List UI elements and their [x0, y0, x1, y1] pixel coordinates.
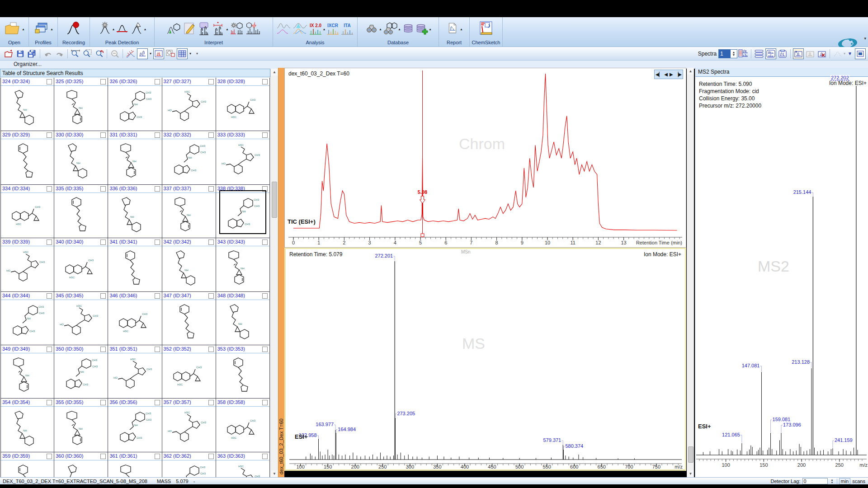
structure-checkbox[interactable] — [208, 79, 214, 84]
structure-cell[interactable]: 335 (ID:335) — [54, 185, 108, 238]
clipboard-spectrum-button[interactable] — [777, 48, 788, 59]
structure-checkbox[interactable] — [262, 239, 268, 245]
structure-checkbox[interactable] — [47, 293, 52, 299]
structure-cell[interactable]: 362 (ID:362) — [162, 452, 216, 477]
structure-checkbox[interactable] — [208, 293, 214, 299]
spectrum-view-dropdown[interactable]: ▾ — [150, 52, 151, 56]
structure-checkbox[interactable] — [155, 239, 160, 245]
structure-checkbox[interactable] — [262, 79, 268, 84]
report-button[interactable] — [446, 21, 459, 38]
table-view-dropdown[interactable]: ▾ — [189, 52, 191, 56]
structure-window-button[interactable] — [165, 48, 176, 59]
detector-lag-input[interactable]: 0 — [802, 478, 828, 484]
structure-checkbox[interactable] — [208, 400, 214, 405]
structure-cell[interactable]: 349 (ID:349) — [0, 345, 54, 399]
structure-cell[interactable]: 326 (ID:326) — [108, 78, 162, 131]
structure-cell[interactable]: 343 (ID:343) — [216, 238, 270, 291]
structure-checkbox[interactable] — [208, 454, 214, 459]
db-add-button[interactable] — [415, 22, 429, 37]
ms2-spectrum-plot[interactable]: 100150200250m/z215.144213.128147.081159.… — [695, 68, 868, 477]
document-tab-label[interactable]: dex_t60_03_2_Dex T=60 — [278, 418, 284, 474]
structure-cell[interactable]: 357 (ID:357) — [162, 399, 216, 452]
overlay-disabled-button[interactable] — [832, 48, 843, 59]
structure-checkbox[interactable] — [100, 347, 106, 352]
ms2-precursor-peak-label[interactable]: 272.202 — [830, 75, 849, 81]
structure-checkbox[interactable] — [100, 454, 106, 459]
interpret-annotate-button[interactable] — [197, 22, 211, 37]
interpret-edit-button[interactable] — [183, 22, 196, 37]
structure-checkbox[interactable] — [155, 79, 160, 84]
ribbon-group-label[interactable]: Peak Detection — [105, 40, 139, 47]
structure-cell[interactable]: 339 (ID:339) — [0, 238, 54, 291]
structure-checkbox[interactable] — [155, 347, 160, 352]
analysis-curves-button[interactable] — [276, 22, 292, 37]
zoom-width-button[interactable] — [70, 48, 81, 59]
interpret-extract-button[interactable] — [245, 22, 261, 37]
structure-checkbox[interactable] — [100, 400, 106, 405]
remove-spectrum-button[interactable] — [805, 48, 816, 59]
save-button[interactable] — [15, 48, 26, 59]
db-open-button[interactable] — [401, 22, 414, 37]
structure-checkbox[interactable] — [262, 400, 268, 405]
db-search-button[interactable] — [365, 22, 378, 37]
save-all-button[interactable] — [27, 48, 38, 59]
structure-cell[interactable]: 358 (ID:358) — [216, 399, 270, 452]
structure-cell[interactable]: 342 (ID:342) — [162, 238, 216, 291]
split-view-button[interactable] — [765, 48, 776, 59]
structure-cell[interactable]: 338 (ID:338) — [216, 185, 270, 238]
structure-cell[interactable]: 337 (ID:337) — [162, 185, 216, 238]
analysis-ix-button[interactable]: IX 2.0 — [309, 23, 322, 35]
ribbon-group-label[interactable]: ChemSketch — [472, 40, 500, 47]
structure-checkbox[interactable] — [47, 186, 52, 192]
ribbon-group-label[interactable]: Report — [447, 40, 462, 47]
add-spectrum-to-window-button[interactable] — [793, 48, 804, 59]
interpret-auto-assign-button[interactable] — [229, 22, 245, 37]
baseline-correct-button[interactable] — [125, 48, 136, 59]
interpret-measure-button[interactable] — [212, 22, 225, 37]
interpret-dropdown-arrow[interactable]: ▴ — [226, 28, 228, 31]
db-structure-search-button[interactable] — [382, 22, 397, 37]
structure-checkbox[interactable] — [262, 347, 268, 352]
ribbon-group-label[interactable]: Open — [8, 40, 20, 47]
recording-button[interactable] — [66, 21, 82, 38]
organizer-tab[interactable]: Organizer... — [14, 61, 42, 67]
structure-checkbox[interactable] — [262, 293, 268, 299]
structure-cell[interactable]: 324 (ID:324) — [0, 78, 54, 131]
overlay-dropdown[interactable]: ▾ — [844, 52, 845, 56]
structure-checkbox[interactable] — [47, 79, 52, 84]
structure-checkbox[interactable] — [100, 132, 106, 138]
profiles-dropdown-arrow[interactable]: ▴ — [51, 28, 52, 31]
scroll-down-arrow[interactable]: ▼ — [687, 470, 694, 477]
structure-checkbox[interactable] — [100, 293, 106, 299]
analysis-compare-button[interactable] — [292, 22, 308, 37]
structure-cell[interactable]: 329 (ID:329) — [0, 131, 54, 184]
toolbar-overflow-button[interactable]: ▾ — [196, 52, 198, 56]
structure-checkbox[interactable] — [155, 293, 160, 299]
spectra-table-button[interactable] — [738, 48, 749, 59]
zoom-previous-button[interactable] — [94, 48, 104, 59]
structure-cell[interactable]: 361 (ID:361) — [108, 452, 162, 477]
structure-cell[interactable]: 344 (ID:344) — [0, 292, 54, 345]
undo-button[interactable] — [42, 48, 53, 59]
scroll-down-arrow[interactable]: ▼ — [271, 470, 278, 477]
structure-cell[interactable]: 330 (ID:330) — [54, 131, 108, 184]
structure-cell[interactable]: 332 (ID:332) — [162, 131, 216, 184]
center-scrollbar[interactable]: ▲ ▼ — [687, 68, 694, 477]
chromatogram-plot[interactable]: 012345678910111213Retention Time (min)5.… — [285, 68, 686, 247]
ribbon-collapse-button[interactable]: ▾ — [864, 36, 866, 41]
nav-prev-icon[interactable]: ◀ — [664, 72, 668, 77]
structure-cell[interactable]: 351 (ID:351) — [108, 345, 162, 399]
structure-cell[interactable]: 363 (ID:363) — [216, 452, 270, 477]
peak-baseline-button[interactable] — [115, 22, 129, 37]
structure-cell[interactable]: 354 (ID:354) — [0, 399, 54, 452]
structure-checkbox[interactable] — [208, 186, 214, 192]
structure-checkbox[interactable] — [47, 132, 52, 138]
structure-cell[interactable]: 353 (ID:353) — [216, 345, 270, 399]
structure-cell[interactable]: 355 (ID:355) — [54, 399, 108, 452]
ribbon-group-label[interactable]: Profiles — [35, 40, 52, 47]
chemsketch-button[interactable] — [479, 21, 493, 38]
peak-manual-button[interactable] — [130, 22, 143, 37]
table-view-button[interactable] — [177, 48, 188, 59]
analysis-ixcr-button[interactable]: IXCR — [326, 23, 340, 35]
structure-checkbox[interactable] — [208, 347, 214, 352]
